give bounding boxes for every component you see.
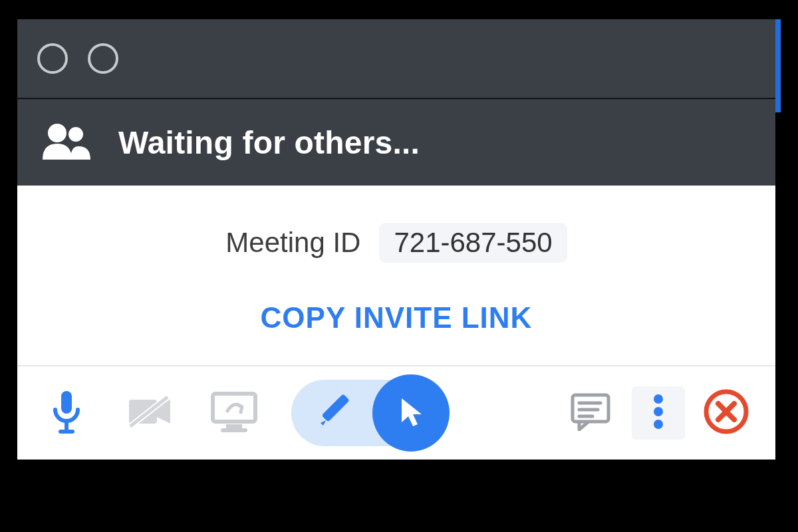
svg-point-16 <box>654 394 663 404</box>
svg-rect-9 <box>226 424 242 428</box>
toolbar-left <box>40 380 444 446</box>
meeting-info: Meeting ID 721-687-550 COPY INVITE LINK <box>17 186 775 365</box>
meeting-id-row: Meeting ID 721-687-550 <box>17 223 775 263</box>
cursor-icon <box>392 393 430 433</box>
status-text: Waiting for others... <box>118 124 420 161</box>
svg-point-0 <box>48 124 66 142</box>
svg-rect-10 <box>221 428 247 432</box>
more-vertical-icon <box>652 392 664 434</box>
annotation-mode-toggle[interactable] <box>291 380 444 446</box>
svg-point-1 <box>68 127 83 142</box>
pen-icon <box>314 394 350 432</box>
close-circle-icon <box>703 388 749 438</box>
chat-icon <box>570 392 611 434</box>
meeting-id-value[interactable]: 721-687-550 <box>379 223 567 263</box>
chat-button[interactable] <box>564 386 617 440</box>
toolbar-right <box>564 386 753 440</box>
share-screen-icon <box>210 391 258 435</box>
copy-invite-link-button[interactable]: COPY INVITE LINK <box>261 301 533 334</box>
svg-rect-8 <box>213 394 255 422</box>
window-control-minimize[interactable] <box>88 43 118 74</box>
svg-rect-4 <box>59 430 74 434</box>
pen-mode[interactable] <box>291 394 372 432</box>
camera-off-icon <box>126 393 174 433</box>
end-meeting-button[interactable] <box>700 386 753 440</box>
camera-button[interactable] <box>124 386 177 440</box>
meeting-panel: Waiting for others... Meeting ID 721-687… <box>17 19 775 460</box>
window-edge-accent <box>775 19 781 112</box>
svg-rect-3 <box>65 421 68 430</box>
share-screen-button[interactable] <box>207 386 261 440</box>
toolbar <box>17 365 775 460</box>
app-frame: Waiting for others... Meeting ID 721-687… <box>17 19 781 513</box>
more-options-button[interactable] <box>632 386 685 440</box>
window-control-close[interactable] <box>37 43 68 74</box>
svg-point-18 <box>654 420 663 429</box>
people-icon <box>40 121 96 164</box>
microphone-button[interactable] <box>40 386 93 440</box>
meeting-id-label: Meeting ID <box>225 227 360 259</box>
window-titlebar <box>17 19 775 99</box>
microphone-icon <box>50 390 83 436</box>
status-bar: Waiting for others... <box>17 99 775 186</box>
cursor-mode[interactable] <box>372 374 450 452</box>
svg-rect-11 <box>321 394 349 422</box>
svg-rect-2 <box>61 391 72 414</box>
svg-point-17 <box>654 407 663 416</box>
